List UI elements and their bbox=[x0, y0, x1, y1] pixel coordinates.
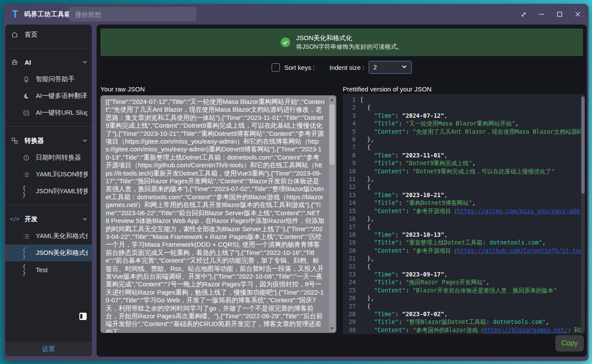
scrollbar-thumb[interactable] bbox=[581, 97, 585, 194]
code-line: 26 }, bbox=[345, 294, 581, 302]
app-window: T 码界工坊工具箱 首页 bbox=[3, 4, 589, 361]
maximize-button[interactable] bbox=[554, 9, 565, 20]
prettified-scrollbar[interactable] bbox=[581, 95, 585, 333]
code-line: 15 "Content": "参考开源项目（https://gitee.com/… bbox=[345, 207, 581, 215]
robot-icon bbox=[10, 58, 19, 66]
sidebar-item-ai-url-slug[interactable]: AI一键转URL Slug bbox=[5, 104, 92, 121]
raw-json-panel: [{"Time":"2024-07-12","Title":"又一轮使用Masa… bbox=[100, 95, 336, 333]
banner-text: JSON美化和格式化 将JSON字符串修饰为友好的可读格式。 bbox=[296, 34, 403, 51]
format-controls: Sort keys : Indent size : 2 bbox=[97, 60, 587, 75]
sidebar-item-json-to-yaml[interactable]: { } JSON到YAML转换 bbox=[5, 183, 92, 200]
chevron-down-icon bbox=[82, 216, 88, 223]
indent-size-value: 2 bbox=[373, 64, 377, 71]
code-line: 13 "Time": "2023-10-21", bbox=[345, 191, 581, 199]
window-controls bbox=[518, 4, 583, 25]
code-line: 7 { bbox=[345, 143, 581, 151]
sidebar-section-converters[interactable]: 转换器 bbox=[5, 132, 92, 149]
code-line: 9 "Title": "Dotnet9重构完成上线", bbox=[345, 159, 581, 167]
code-line: 30 "Content": "参考国外的Blazor游戏（https://bla… bbox=[345, 326, 581, 334]
banner-title: JSON美化和格式化 bbox=[296, 34, 403, 42]
raw-json-label: Your raw JSON bbox=[100, 85, 145, 93]
code-line: 2 { bbox=[345, 104, 581, 111]
slug-icon bbox=[22, 109, 30, 117]
code-line: 11 }, bbox=[345, 175, 581, 183]
code-line: 20 "Content": "参考开源项目（https://github.com… bbox=[345, 247, 581, 254]
sidebar-item-home[interactable]: 首页 bbox=[5, 26, 92, 43]
code-line: 16 }, bbox=[345, 215, 581, 223]
swap-icon bbox=[10, 136, 19, 145]
braces-icon: { } bbox=[22, 249, 30, 257]
sidebar: 首页 AI 智能问答助手 bbox=[5, 25, 92, 356]
sidebar-divider bbox=[5, 48, 92, 48]
app-title: 码界工坊工具箱 bbox=[24, 10, 71, 19]
indent-size-label: Indent size : bbox=[329, 64, 364, 71]
code-line: 19 "Title": "重新整理上线Dotnet工具箱: dotnetools… bbox=[345, 238, 581, 246]
code-line: 25 "Content": "Blazor开发前台体验还是差强人意，换回原来的版… bbox=[345, 286, 581, 294]
search-input[interactable] bbox=[69, 7, 197, 22]
indent-size-select[interactable]: 2 bbox=[369, 61, 412, 74]
code-line: 28 "Time": "2023-07-02", bbox=[345, 310, 581, 318]
code-lines: 1[2 {3 "Time": "2024-07-12",4 "Title": "… bbox=[343, 94, 581, 334]
scroll-up-icon[interactable] bbox=[330, 98, 334, 101]
code-line: 18 "Time": "2023-10-13", bbox=[345, 231, 581, 238]
sidebar-item-datetime-converter[interactable]: 日期时间转换器 bbox=[5, 149, 92, 166]
main-panel: JSON美化和格式化 将JSON字符串修饰为友好的可读格式。 Sort keys… bbox=[97, 25, 587, 357]
code-line: 23 "Time": "2023-09-17", bbox=[345, 270, 581, 278]
code-icon: </> bbox=[10, 215, 19, 223]
code-line: 12 { bbox=[345, 183, 581, 191]
sidebar-item-yaml-to-json[interactable]: YAML到JSON转换 bbox=[5, 166, 92, 183]
sidebar-divider bbox=[5, 126, 92, 127]
clock-icon bbox=[22, 154, 30, 162]
code-line: 22 { bbox=[345, 263, 581, 270]
sort-keys-checkbox[interactable] bbox=[272, 63, 280, 72]
sidebar-item-yaml-prettify[interactable]: YAML美化和格式化 bbox=[5, 228, 92, 245]
sidebar-item-json-prettify[interactable]: { } JSON美化和格式化 bbox=[5, 245, 92, 261]
sidebar-item-test[interactable]: { } Test bbox=[5, 261, 92, 278]
code-line: 24 "Title": "挽回Razor Pages开发网站", bbox=[345, 278, 581, 286]
banner-subtitle: 将JSON字符串修饰为友好的可读格式。 bbox=[296, 42, 403, 51]
braces-icon: { } bbox=[22, 187, 30, 196]
sidebar-nav: 首页 AI 智能问答助手 bbox=[5, 25, 92, 342]
braces-icon: { } bbox=[22, 266, 30, 274]
raw-json-textarea[interactable]: [{"Time":"2024-07-12","Title":"又一轮使用Masa… bbox=[100, 95, 336, 333]
sidebar-item-ai-qa[interactable]: 智能问答助手 bbox=[5, 71, 92, 88]
sidebar-item-ai-translate[interactable]: AI一键多语种翻译 bbox=[5, 88, 92, 104]
settings-bar: 设置 bbox=[5, 342, 92, 356]
copy-button[interactable]: Copy bbox=[555, 335, 584, 351]
code-line: 4 "Title": "又一轮使用Masa Blazor重构网站开始", bbox=[345, 119, 581, 127]
raw-json-scrollbar[interactable] bbox=[329, 97, 335, 332]
code-line: 17 { bbox=[345, 223, 581, 231]
close-button[interactable] bbox=[572, 9, 583, 20]
collapse-bar bbox=[80, 314, 82, 319]
settings-button[interactable]: 设置 bbox=[42, 345, 55, 353]
title-bar: T 码界工坊工具箱 bbox=[3, 4, 589, 25]
code-line: 6 }, bbox=[345, 135, 581, 143]
sidebar-divider bbox=[5, 205, 92, 205]
code-line: 10 "Content": "Dotnet9重构完成上线，可以在此基础上慢慢优化… bbox=[345, 167, 581, 175]
prettified-json-panel: 1[2 {3 "Time": "2024-07-12",4 "Title": "… bbox=[343, 94, 585, 334]
tool-banner: JSON美化和格式化 将JSON字符串修饰为友好的可读格式。 bbox=[100, 28, 583, 56]
scroll-down-icon[interactable] bbox=[330, 327, 334, 330]
code-line: 5 "Content": "先使用了几天Ant Blazor，现在使用Masa … bbox=[345, 128, 581, 135]
prettified-json-label: Prettified version of your JSON bbox=[343, 85, 432, 93]
code-line: 14 "Title": "重构Dotnet9博客网站", bbox=[345, 199, 581, 207]
sidebar-section-dev[interactable]: </> 开发 bbox=[5, 210, 92, 228]
code-line: 29 "Title": "整理Blazor版Dotnet工具箱: dotneto… bbox=[345, 318, 581, 326]
check-circle-icon bbox=[281, 38, 290, 47]
minimize-button[interactable] bbox=[536, 9, 547, 20]
chevron-down-icon bbox=[401, 64, 407, 71]
code-line: 8 "Time": "2023-11-01", bbox=[345, 151, 581, 159]
code-line: 21 }, bbox=[345, 254, 581, 262]
scrollbar-thumb[interactable] bbox=[329, 104, 335, 165]
app-logo-icon: T bbox=[9, 9, 21, 20]
collapse-sidebar-icon[interactable] bbox=[79, 313, 87, 320]
list-icon bbox=[22, 170, 30, 179]
sidebar-section-ai[interactable]: AI bbox=[5, 53, 92, 71]
home-icon bbox=[10, 30, 19, 39]
expand-icon[interactable] bbox=[518, 9, 529, 20]
moon-icon bbox=[22, 92, 30, 100]
chevron-down-icon bbox=[82, 137, 88, 144]
code-line: 27 { bbox=[345, 302, 581, 310]
chevron-down-icon bbox=[82, 59, 88, 66]
list-icon bbox=[22, 232, 30, 241]
